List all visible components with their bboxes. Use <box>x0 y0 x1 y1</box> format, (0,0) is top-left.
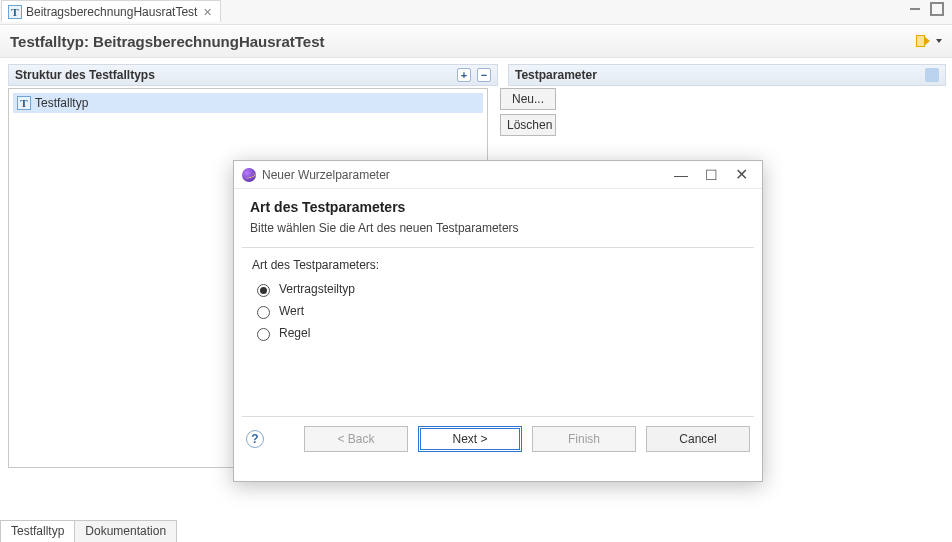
cancel-button[interactable]: Cancel <box>646 426 750 452</box>
dialog-header: Art des Testparameters Bitte wählen Sie … <box>234 189 762 247</box>
radio-option-vertragsteiltyp[interactable]: Vertragsteiltyp <box>252 278 744 300</box>
export-icon[interactable] <box>914 33 930 49</box>
radio-wert[interactable] <box>257 306 270 319</box>
next-button[interactable]: Next > <box>418 426 522 452</box>
radio-wert-label: Wert <box>279 304 304 318</box>
help-icon[interactable]: ? <box>246 430 264 448</box>
finish-button[interactable]: Finish <box>532 426 636 452</box>
tree-root-label: Testfalltyp <box>35 96 88 110</box>
delete-button[interactable]: Löschen <box>500 114 556 136</box>
structure-side-buttons: Neu... Löschen <box>500 88 565 136</box>
radio-vertragsteiltyp-label: Vertragsteiltyp <box>279 282 355 296</box>
dialog-titlebar[interactable]: Neuer Wurzelparameter — ☐ ✕ <box>234 161 762 189</box>
radio-option-wert[interactable]: Wert <box>252 300 744 322</box>
page-title: Testfalltyp: BeitragsberechnungHausratTe… <box>10 33 325 50</box>
editor-tab[interactable]: T BeitragsberechnungHausratTest ✕ <box>1 0 221 22</box>
eclipse-icon <box>242 168 256 182</box>
back-button[interactable]: < Back <box>304 426 408 452</box>
radio-regel-label: Regel <box>279 326 310 340</box>
maximize-view-icon[interactable] <box>930 2 944 16</box>
dialog-body: Art des Testparameters: Vertragsteiltyp … <box>242 247 754 417</box>
view-controls <box>908 2 944 16</box>
section-action-icon[interactable] <box>925 68 939 82</box>
form-header: Testfalltyp: BeitragsberechnungHausratTe… <box>0 24 952 58</box>
close-icon[interactable]: ✕ <box>201 6 214 19</box>
tab-testfalltyp[interactable]: Testfalltyp <box>0 520 75 542</box>
radio-vertragsteiltyp[interactable] <box>257 284 270 297</box>
tab-dokumentation[interactable]: Dokumentation <box>74 520 177 542</box>
testcasetype-icon: T <box>17 96 31 110</box>
minimize-view-icon[interactable] <box>908 2 922 16</box>
new-button[interactable]: Neu... <box>500 88 556 110</box>
window-maximize-icon[interactable]: ☐ <box>698 166 724 184</box>
tree-root-node[interactable]: T Testfalltyp <box>13 93 483 113</box>
new-root-parameter-dialog: Neuer Wurzelparameter — ☐ ✕ Art des Test… <box>233 160 763 482</box>
radio-regel[interactable] <box>257 328 270 341</box>
dialog-button-bar: ? < Back Next > Finish Cancel <box>234 417 762 461</box>
testparams-section-title: Testparameter <box>515 68 597 82</box>
structure-section-header: Struktur des Testfalltyps + − <box>8 64 498 86</box>
page-tabs: Testfalltyp Dokumentation <box>0 520 176 542</box>
editor-tabstrip: T BeitragsberechnungHausratTest ✕ <box>0 0 952 24</box>
dialog-subheading: Bitte wählen Sie die Art des neuen Testp… <box>250 221 746 235</box>
expand-all-icon[interactable]: + <box>457 68 471 82</box>
window-minimize-icon[interactable]: — <box>668 166 694 184</box>
testparams-section-header: Testparameter <box>508 64 946 86</box>
editor-tab-label: BeitragsberechnungHausratTest <box>26 5 197 19</box>
dropdown-icon[interactable] <box>936 39 942 43</box>
structure-section-title: Struktur des Testfalltyps <box>15 68 155 82</box>
window-close-icon[interactable]: ✕ <box>728 166 754 184</box>
testcasetype-icon: T <box>8 5 22 19</box>
dialog-window-title: Neuer Wurzelparameter <box>262 168 390 182</box>
dialog-heading: Art des Testparameters <box>250 199 746 215</box>
collapse-all-icon[interactable]: − <box>477 68 491 82</box>
radio-group-label: Art des Testparameters: <box>252 258 744 272</box>
radio-option-regel[interactable]: Regel <box>252 322 744 344</box>
form-header-actions <box>914 33 942 49</box>
